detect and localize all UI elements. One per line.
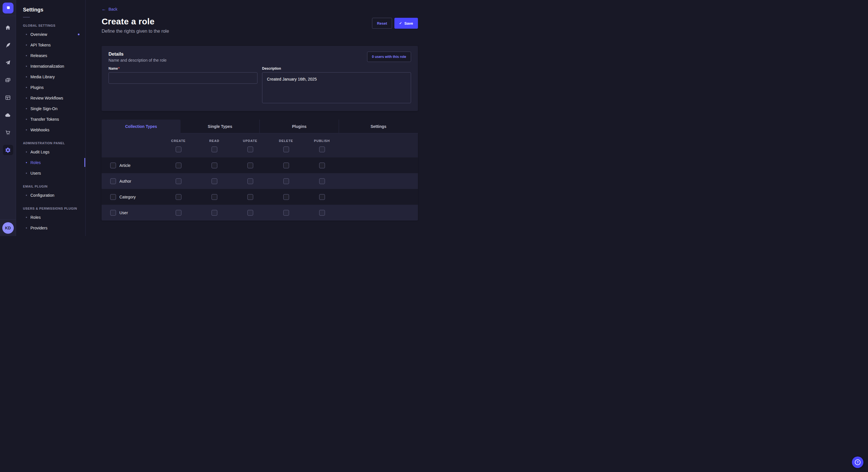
select-all-create-checkbox[interactable] xyxy=(176,146,181,152)
tab-settings[interactable]: Settings xyxy=(339,120,418,133)
sidebar-item-label: Internationalization xyxy=(30,64,64,69)
article-update-checkbox[interactable] xyxy=(247,163,253,168)
select-row-author-checkbox[interactable] xyxy=(110,178,116,184)
article-create-checkbox[interactable] xyxy=(176,163,181,168)
select-row-user-checkbox[interactable] xyxy=(110,210,116,216)
releases-paper-plane-button[interactable] xyxy=(3,57,13,68)
home-button[interactable] xyxy=(3,22,13,33)
sidebar-item-users[interactable]: Users xyxy=(16,168,85,178)
select-row-category-checkbox[interactable] xyxy=(110,194,116,200)
bullet-icon xyxy=(26,129,27,131)
sidebar-item-webhooks[interactable]: Webhooks xyxy=(16,125,85,135)
permissions-rows: ArticleAuthorCategoryUser xyxy=(102,158,418,221)
sidebar-item-label: Single Sign-On xyxy=(30,106,57,111)
bullet-icon xyxy=(26,217,27,218)
user-create-checkbox[interactable] xyxy=(176,210,181,216)
category-create-checkbox[interactable] xyxy=(176,194,181,200)
user-publish-checkbox[interactable] xyxy=(319,210,325,216)
category-read-checkbox[interactable] xyxy=(212,194,217,200)
author-read-checkbox[interactable] xyxy=(212,178,217,184)
author-publish-checkbox[interactable] xyxy=(319,178,325,184)
user-update-checkbox[interactable] xyxy=(247,210,253,216)
back-link[interactable]: ← Back xyxy=(102,7,117,11)
sidebar-item-label: Plugins xyxy=(30,85,43,90)
sidebar-item-label: Overview xyxy=(30,32,47,37)
bullet-icon xyxy=(26,195,27,196)
sidebar-item-review-workflows[interactable]: Review Workflows xyxy=(16,93,85,103)
details-subtitle: Name and description of the role xyxy=(108,58,166,63)
media-library-images-button[interactable] xyxy=(3,75,13,85)
save-button[interactable]: ✓ Save xyxy=(394,18,418,29)
nav-sections: GLOBAL SETTINGSOverviewAPI TokensRelease… xyxy=(16,24,85,233)
sidebar-item-media-library[interactable]: Media Library xyxy=(16,71,85,82)
users-with-role-button[interactable]: 0 users with this role xyxy=(367,52,411,62)
tab-plugins[interactable]: Plugins xyxy=(260,120,339,133)
category-update-checkbox[interactable] xyxy=(247,194,253,200)
reset-button[interactable]: Reset xyxy=(372,18,392,29)
cloud-icon xyxy=(5,112,11,118)
select-all-update-checkbox[interactable] xyxy=(247,146,253,152)
content-manager-layout-icon xyxy=(5,95,11,101)
author-update-checkbox[interactable] xyxy=(247,178,253,184)
category-publish-checkbox[interactable] xyxy=(319,194,325,200)
sidebar-item-label: Releases xyxy=(30,53,47,58)
sidebar-item-api-tokens[interactable]: API Tokens xyxy=(16,40,85,50)
nav-section-email-plugin: EMAIL PLUGINConfiguration xyxy=(16,185,85,200)
user-avatar[interactable]: KD xyxy=(2,222,14,234)
settings-gear-button[interactable] xyxy=(3,145,13,155)
bullet-icon xyxy=(26,151,27,153)
select-row-article-checkbox[interactable] xyxy=(110,163,116,168)
permissions-card: CREATEREADUPDATEDELETEPUBLISH ArticleAut… xyxy=(102,133,418,221)
column-label-create: CREATE xyxy=(160,139,196,142)
content-manager-layout-button[interactable] xyxy=(3,92,13,103)
article-read-checkbox[interactable] xyxy=(212,163,217,168)
article-delete-checkbox[interactable] xyxy=(283,163,289,168)
sidebar-item-single-sign-on[interactable]: Single Sign-On xyxy=(16,103,85,114)
bullet-icon xyxy=(26,44,27,45)
strapi-logo-button[interactable] xyxy=(0,0,16,16)
select-all-delete-checkbox[interactable] xyxy=(283,146,289,152)
user-read-checkbox[interactable] xyxy=(212,210,217,216)
select-all-publish-checkbox[interactable] xyxy=(319,146,325,152)
header-actions: Reset ✓ Save xyxy=(372,18,418,29)
author-delete-checkbox[interactable] xyxy=(283,178,289,184)
content-type-builder-feather-button[interactable] xyxy=(3,40,13,50)
row-label: Article xyxy=(119,163,131,168)
sidebar-item-configuration[interactable]: Configuration xyxy=(16,190,85,200)
nav-section-administration-panel: ADMINISTRATION PANELAudit LogsRolesUsers xyxy=(16,141,85,178)
sidebar-item-audit-logs[interactable]: Audit Logs xyxy=(16,146,85,157)
sidebar-item-label: Configuration xyxy=(30,193,54,198)
page-header: Create a role Define the rights given to… xyxy=(102,16,418,34)
back-arrow-icon: ← xyxy=(102,7,106,11)
select-all-read-checkbox[interactable] xyxy=(212,146,217,152)
tab-single-types[interactable]: Single Types xyxy=(181,120,260,133)
author-create-checkbox[interactable] xyxy=(176,178,181,184)
article-publish-checkbox[interactable] xyxy=(319,163,325,168)
sidebar-item-label: Roles xyxy=(30,160,41,165)
sidebar-item-roles[interactable]: Roles xyxy=(16,212,85,223)
rail-icon-list xyxy=(3,22,13,155)
marketplace-cart-button[interactable] xyxy=(3,127,13,138)
sidebar-item-label: Users xyxy=(30,171,41,175)
sidebar-item-overview[interactable]: Overview xyxy=(16,29,85,40)
sidebar-item-label: Transfer Tokens xyxy=(30,117,59,122)
description-textarea[interactable]: Created January 16th, 2025 xyxy=(262,72,411,103)
sidebar-item-plugins[interactable]: Plugins xyxy=(16,82,85,93)
sidebar-item-roles[interactable]: Roles xyxy=(16,157,85,168)
sidebar-item-label: Webhooks xyxy=(30,128,50,132)
sidebar-item-internationalization[interactable]: Internationalization xyxy=(16,61,85,71)
column-label-delete: DELETE xyxy=(268,139,304,142)
settings-subnav: Settings GLOBAL SETTINGSOverviewAPI Toke… xyxy=(16,0,86,236)
sidebar-item-transfer-tokens[interactable]: Transfer Tokens xyxy=(16,114,85,125)
sidebar-item-providers[interactable]: Providers xyxy=(16,223,85,233)
name-input[interactable] xyxy=(108,72,257,84)
icon-rail: KD xyxy=(0,0,16,236)
cloud-button[interactable] xyxy=(3,110,13,120)
nav-section-label: GLOBAL SETTINGS xyxy=(16,24,85,27)
bullet-icon xyxy=(26,119,27,120)
user-delete-checkbox[interactable] xyxy=(283,210,289,216)
category-delete-checkbox[interactable] xyxy=(283,194,289,200)
sidebar-item-releases[interactable]: Releases xyxy=(16,50,85,61)
tab-collection-types[interactable]: Collection Types xyxy=(102,120,181,133)
name-field-group: Name* xyxy=(108,67,257,104)
